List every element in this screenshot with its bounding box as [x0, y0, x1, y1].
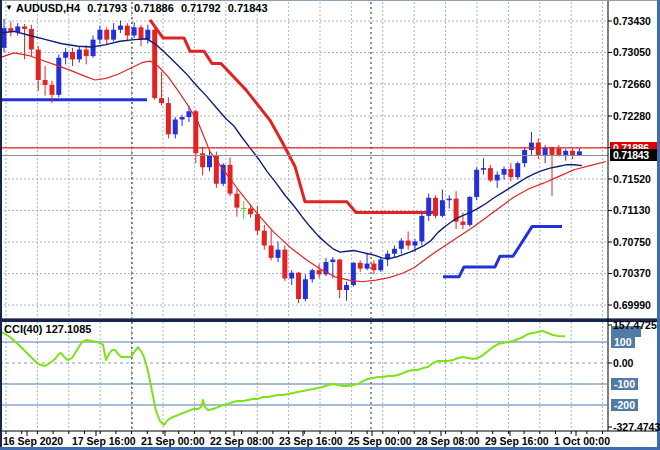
price-axis-drag-area[interactable] [609, 0, 660, 430]
current-price-badge: 0.71843 [610, 149, 657, 161]
ohlc-close: 0.71843 [228, 2, 268, 14]
cci-level-badge: -200 [611, 399, 638, 411]
symbol-period-label: AUDUSD,H4 [16, 2, 80, 14]
indicator-label: CCI(40) 127.1085 [4, 324, 91, 335]
cci-level-badge: -100 [611, 378, 638, 390]
pane-splitter[interactable] [0, 317, 660, 323]
ohlc-high: 0.71886 [134, 2, 174, 14]
candlestick-chart [0, 0, 660, 450]
cci-level-badge: 100 [611, 336, 635, 348]
collapse-arrow-icon[interactable]: ▼ [5, 3, 13, 12]
ohlc-low: 0.71792 [181, 2, 221, 14]
chart-title: AUDUSD,H4 0.71793 0.71886 0.71792 0.7184… [16, 3, 272, 14]
ohlc-open: 0.71793 [87, 2, 127, 14]
chart-window: ▼ AUDUSD,H4 0.71793 0.71886 0.71792 0.71… [0, 0, 660, 450]
time-axis-drag-area[interactable] [0, 432, 608, 450]
